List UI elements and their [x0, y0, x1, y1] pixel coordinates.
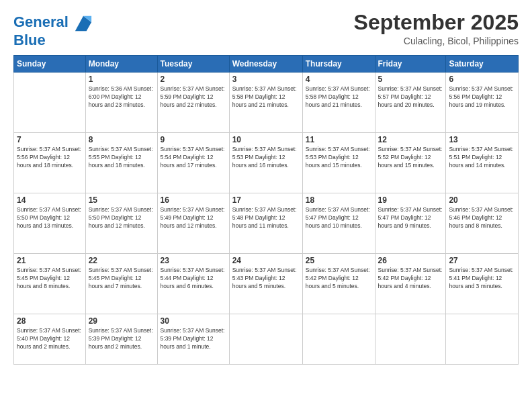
day-number: 25: [306, 256, 372, 265]
day-number: 4: [306, 75, 372, 84]
day-info: Sunrise: 5:37 AM Sunset: 5:44 PM Dayligh…: [161, 267, 226, 291]
day-info: Sunrise: 5:37 AM Sunset: 5:50 PM Dayligh…: [89, 206, 154, 230]
calendar-cell: 13Sunrise: 5:37 AM Sunset: 5:51 PM Dayli…: [446, 133, 519, 193]
calendar-cell: 9Sunrise: 5:37 AM Sunset: 5:54 PM Daylig…: [157, 133, 229, 193]
col-header-saturday: Saturday: [446, 56, 519, 73]
day-number: 5: [378, 75, 443, 84]
day-info: Sunrise: 5:37 AM Sunset: 5:53 PM Dayligh…: [232, 146, 300, 170]
day-info: Sunrise: 5:37 AM Sunset: 5:39 PM Dayligh…: [161, 327, 226, 351]
calendar-cell: 20Sunrise: 5:37 AM Sunset: 5:46 PM Dayli…: [446, 193, 519, 254]
day-number: 8: [89, 135, 154, 144]
calendar-cell: 19Sunrise: 5:37 AM Sunset: 5:47 PM Dayli…: [375, 193, 446, 254]
day-number: 9: [161, 135, 226, 144]
calendar-cell: 16Sunrise: 5:37 AM Sunset: 5:49 PM Dayli…: [157, 193, 229, 254]
day-info: Sunrise: 5:37 AM Sunset: 5:58 PM Dayligh…: [306, 85, 372, 109]
day-info: Sunrise: 5:37 AM Sunset: 5:40 PM Dayligh…: [17, 327, 83, 351]
header: General Blue September 2025 Culacling, B…: [13, 11, 519, 48]
col-header-friday: Friday: [375, 56, 446, 73]
calendar-cell: [14, 73, 86, 133]
day-number: 15: [89, 195, 154, 205]
day-number: 1: [89, 75, 154, 84]
day-info: Sunrise: 5:37 AM Sunset: 5:45 PM Dayligh…: [89, 267, 154, 291]
calendar-cell: [302, 314, 375, 365]
calendar-cell: 14Sunrise: 5:37 AM Sunset: 5:50 PM Dayli…: [14, 193, 86, 254]
day-info: Sunrise: 5:37 AM Sunset: 5:41 PM Dayligh…: [449, 267, 515, 291]
calendar-cell: 1Sunrise: 5:36 AM Sunset: 6:00 PM Daylig…: [85, 73, 157, 133]
calendar-cell: 18Sunrise: 5:37 AM Sunset: 5:47 PM Dayli…: [302, 193, 375, 254]
calendar-cell: 5Sunrise: 5:37 AM Sunset: 5:57 PM Daylig…: [375, 73, 446, 133]
day-number: 10: [232, 135, 300, 144]
logo-text: General: [13, 13, 93, 32]
day-info: Sunrise: 5:37 AM Sunset: 5:52 PM Dayligh…: [378, 146, 443, 170]
day-info: Sunrise: 5:37 AM Sunset: 5:56 PM Dayligh…: [449, 85, 515, 109]
day-number: 29: [89, 316, 154, 326]
logo-text2: Blue: [13, 32, 93, 48]
day-number: 13: [449, 135, 515, 144]
calendar-cell: 8Sunrise: 5:37 AM Sunset: 5:55 PM Daylig…: [85, 133, 157, 193]
day-number: 14: [17, 195, 83, 205]
calendar-cell: 7Sunrise: 5:37 AM Sunset: 5:56 PM Daylig…: [14, 133, 86, 193]
calendar-cell: 25Sunrise: 5:37 AM Sunset: 5:42 PM Dayli…: [302, 254, 375, 314]
day-info: Sunrise: 5:37 AM Sunset: 5:54 PM Dayligh…: [161, 146, 226, 170]
location: Culacling, Bicol, Philippines: [354, 36, 519, 46]
day-info: Sunrise: 5:37 AM Sunset: 5:59 PM Dayligh…: [161, 85, 226, 109]
calendar-cell: 21Sunrise: 5:37 AM Sunset: 5:45 PM Dayli…: [14, 254, 86, 314]
day-info: Sunrise: 5:37 AM Sunset: 5:50 PM Dayligh…: [17, 206, 83, 230]
calendar-cell: 6Sunrise: 5:37 AM Sunset: 5:56 PM Daylig…: [446, 73, 519, 133]
day-info: Sunrise: 5:37 AM Sunset: 5:43 PM Dayligh…: [232, 267, 300, 291]
calendar-cell: 4Sunrise: 5:37 AM Sunset: 5:58 PM Daylig…: [302, 73, 375, 133]
calendar-cell: 23Sunrise: 5:37 AM Sunset: 5:44 PM Dayli…: [157, 254, 229, 314]
day-number: 7: [17, 135, 83, 144]
day-number: 6: [449, 75, 515, 84]
calendar-cell: 22Sunrise: 5:37 AM Sunset: 5:45 PM Dayli…: [85, 254, 157, 314]
calendar-table: SundayMondayTuesdayWednesdayThursdayFrid…: [13, 55, 519, 365]
day-info: Sunrise: 5:37 AM Sunset: 5:48 PM Dayligh…: [232, 206, 300, 230]
calendar-cell: 26Sunrise: 5:37 AM Sunset: 5:42 PM Dayli…: [375, 254, 446, 314]
day-number: 19: [378, 195, 443, 205]
day-number: 18: [306, 195, 372, 205]
day-number: 24: [232, 256, 300, 265]
day-info: Sunrise: 5:37 AM Sunset: 5:57 PM Dayligh…: [378, 85, 443, 109]
day-number: 21: [17, 256, 83, 265]
calendar-cell: 30Sunrise: 5:37 AM Sunset: 5:39 PM Dayli…: [157, 314, 229, 365]
day-number: 22: [89, 256, 154, 265]
day-number: 16: [161, 195, 226, 205]
day-info: Sunrise: 5:37 AM Sunset: 5:53 PM Dayligh…: [306, 146, 372, 170]
calendar-cell: 2Sunrise: 5:37 AM Sunset: 5:59 PM Daylig…: [157, 73, 229, 133]
logo: General Blue: [13, 13, 93, 48]
day-info: Sunrise: 5:37 AM Sunset: 5:46 PM Dayligh…: [449, 206, 515, 230]
col-header-sunday: Sunday: [14, 56, 86, 73]
day-number: 23: [161, 256, 226, 265]
calendar-cell: 17Sunrise: 5:37 AM Sunset: 5:48 PM Dayli…: [229, 193, 302, 254]
calendar-cell: 11Sunrise: 5:37 AM Sunset: 5:53 PM Dayli…: [302, 133, 375, 193]
calendar-cell: 28Sunrise: 5:37 AM Sunset: 5:40 PM Dayli…: [14, 314, 86, 365]
day-number: 12: [378, 135, 443, 144]
day-number: 11: [306, 135, 372, 144]
col-header-wednesday: Wednesday: [229, 56, 302, 73]
day-info: Sunrise: 5:37 AM Sunset: 5:47 PM Dayligh…: [306, 206, 372, 230]
calendar-cell: [375, 314, 446, 365]
col-header-monday: Monday: [85, 56, 157, 73]
day-number: 28: [17, 316, 83, 326]
calendar-cell: 15Sunrise: 5:37 AM Sunset: 5:50 PM Dayli…: [85, 193, 157, 254]
day-number: 20: [449, 195, 515, 205]
day-info: Sunrise: 5:37 AM Sunset: 5:55 PM Dayligh…: [89, 146, 154, 170]
month-title: September 2025: [354, 11, 519, 34]
day-info: Sunrise: 5:37 AM Sunset: 5:42 PM Dayligh…: [306, 267, 372, 291]
day-info: Sunrise: 5:36 AM Sunset: 6:00 PM Dayligh…: [89, 85, 154, 109]
calendar-cell: 29Sunrise: 5:37 AM Sunset: 5:39 PM Dayli…: [85, 314, 157, 365]
col-header-tuesday: Tuesday: [157, 56, 229, 73]
day-info: Sunrise: 5:37 AM Sunset: 5:39 PM Dayligh…: [89, 327, 154, 351]
calendar-cell: 27Sunrise: 5:37 AM Sunset: 5:41 PM Dayli…: [446, 254, 519, 314]
day-number: 26: [378, 256, 443, 265]
page: General Blue September 2025 Culacling, B…: [0, 0, 532, 371]
day-info: Sunrise: 5:37 AM Sunset: 5:51 PM Dayligh…: [449, 146, 515, 170]
calendar-cell: [446, 314, 519, 365]
day-info: Sunrise: 5:37 AM Sunset: 5:58 PM Dayligh…: [232, 85, 300, 109]
title-area: September 2025 Culacling, Bicol, Philipp…: [354, 11, 519, 46]
header-row: SundayMondayTuesdayWednesdayThursdayFrid…: [14, 56, 519, 73]
day-number: 27: [449, 256, 515, 265]
day-number: 30: [161, 316, 226, 326]
calendar-cell: [229, 314, 302, 365]
week-row-5: 28Sunrise: 5:37 AM Sunset: 5:40 PM Dayli…: [14, 314, 519, 365]
